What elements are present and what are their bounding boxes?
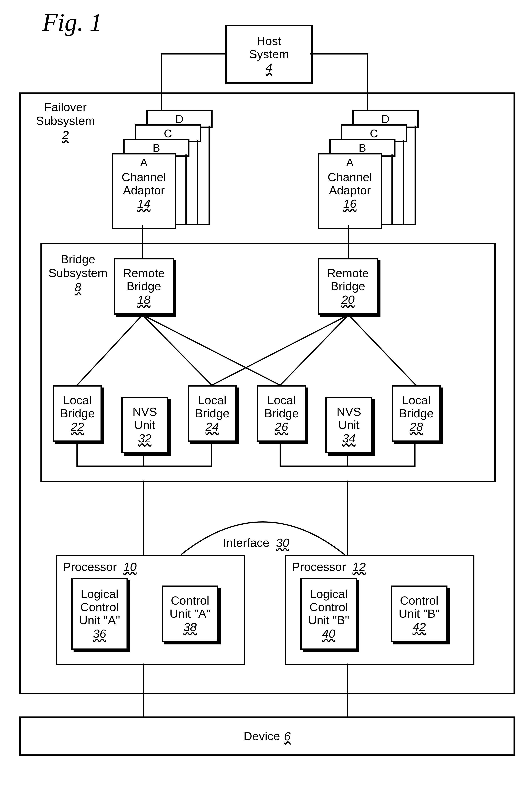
remote-bridge-left: Remote Bridge 18 — [114, 258, 174, 315]
failover-ref: 2 — [62, 128, 69, 142]
remote-bridge-right: Remote Bridge 20 — [318, 258, 378, 315]
device-ref: 6 — [284, 730, 291, 743]
cu-a: Control Unit "A" 38 — [162, 585, 218, 642]
proc-r-title: Processor — [292, 560, 346, 573]
host-t2: System — [249, 48, 289, 61]
bridge-subsystem-frame — [41, 243, 495, 482]
adapter-right-ref: 16 — [343, 197, 356, 210]
adapter-right-a-letter: A — [346, 156, 354, 169]
adapter-right-c-tail — [403, 140, 404, 225]
adapter-left-c-tail — [197, 140, 198, 225]
failover-label: Failover Subsystem 2 — [33, 100, 98, 142]
adapter-left-a: A Channel Adaptor 14 — [112, 153, 176, 229]
local-bridge-24: Local Bridge 24 — [188, 385, 237, 442]
rb-r-t1: Remote — [327, 267, 369, 280]
adapter-left-t2: Adaptor — [123, 184, 165, 197]
lcu-a: Logical Control Unit "A" 36 — [71, 578, 128, 650]
interface-label: Interface 30 — [212, 535, 300, 550]
local-bridge-26: Local Bridge 26 — [257, 385, 306, 442]
host-ref: 4 — [266, 61, 272, 74]
proc-l-title: Processor — [63, 560, 117, 573]
host-t1: Host — [257, 34, 281, 48]
adapter-left-b-tail — [185, 155, 187, 225]
adapter-right-t2: Adaptor — [329, 184, 371, 197]
lcu-b: Logical Control Unit "B" 40 — [300, 578, 357, 650]
rb-l-t2: Bridge — [126, 280, 161, 293]
rb-l-ref: 18 — [137, 293, 151, 306]
adapter-right-t1: Channel — [328, 171, 372, 184]
failover-t2: Subsystem — [33, 114, 98, 128]
adapter-left-d-tail — [209, 125, 210, 225]
bridge-ref: 8 — [75, 280, 81, 294]
local-bridge-22: Local Bridge 22 — [53, 385, 102, 442]
rb-r-ref: 20 — [341, 293, 355, 306]
device: Device 6 — [19, 716, 515, 756]
proc-r-ref: 12 — [352, 560, 366, 573]
adapter-right-a: A Channel Adaptor 16 — [318, 153, 382, 229]
bridge-label: Bridge Subsystem 8 — [48, 252, 108, 294]
device-title: Device — [244, 730, 280, 743]
bridge-t2: Subsystem — [48, 266, 108, 280]
nvs-32: NVS Unit 32 — [121, 397, 168, 454]
adapter-right-bottom — [381, 224, 416, 225]
rb-r-t2: Bridge — [331, 280, 365, 293]
bridge-t1: Bridge — [48, 252, 108, 266]
proc-l-ref: 10 — [123, 560, 137, 573]
host-system: Host System 4 — [225, 25, 313, 84]
adapter-right-b-tail — [391, 155, 393, 225]
adapter-left-ref: 14 — [137, 197, 151, 210]
adapter-left-bottom — [175, 224, 210, 225]
rb-l-t1: Remote — [123, 267, 165, 280]
adapter-left-t1: Channel — [122, 171, 166, 184]
local-bridge-28: Local Bridge 28 — [392, 385, 441, 442]
nvs-34: NVS Unit 34 — [325, 397, 372, 454]
cu-b: Control Unit "B" 42 — [391, 585, 447, 642]
adapter-left-a-letter: A — [140, 156, 148, 169]
adapter-right-d-tail — [415, 125, 416, 225]
failover-t1: Failover — [33, 100, 98, 114]
